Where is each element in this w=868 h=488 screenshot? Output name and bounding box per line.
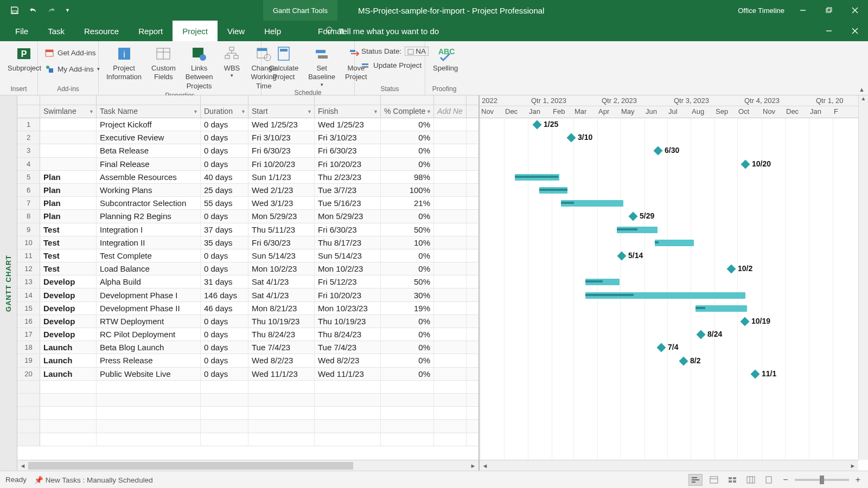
cell-start[interactable]: Fri 3/10/23: [248, 131, 315, 144]
task-bar[interactable]: [515, 174, 559, 181]
milestone-diamond[interactable]: [697, 330, 706, 339]
table-row[interactable]: [17, 433, 478, 446]
zoom-slider[interactable]: [795, 479, 849, 481]
cell-task-name[interactable]: RTW Deployment: [97, 315, 201, 328]
cell-duration[interactable]: 0 days: [201, 210, 248, 222]
cell-task-name[interactable]: Assemble Resources: [97, 171, 201, 183]
table-row[interactable]: 19LaunchPress Release0 daysWed 8/2/23Wed…: [17, 354, 478, 367]
cell-empty[interactable]: [434, 341, 467, 354]
cell-pct[interactable]: 0%: [381, 158, 434, 170]
cell-empty[interactable]: [434, 197, 467, 209]
table-row[interactable]: 5PlanAssemble Resources40 daysSun 1/1/23…: [17, 171, 478, 184]
cell-duration[interactable]: 0 days: [201, 144, 248, 157]
cell-task-name[interactable]: Development Phase II: [97, 302, 201, 314]
cell-task-name[interactable]: Test Complete: [97, 249, 201, 262]
cell-finish[interactable]: Tue 5/16/23: [315, 197, 381, 209]
gantt-hscrollbar[interactable]: ◄ ►: [480, 460, 858, 471]
cell-duration[interactable]: 0 days: [201, 131, 248, 144]
cell-duration[interactable]: 0 days: [201, 158, 248, 170]
cell-duration[interactable]: 55 days: [201, 197, 248, 209]
cell-finish[interactable]: Fri 6/30/23: [315, 223, 381, 236]
table-row[interactable]: 18LaunchBeta Blog Launch0 daysTue 7/4/23…: [17, 341, 478, 354]
cell-start[interactable]: Fri 6/30/23: [248, 236, 315, 249]
cell-duration[interactable]: 0 days: [201, 262, 248, 275]
cell-duration[interactable]: 146 days: [201, 288, 248, 301]
cell-pct[interactable]: 0%: [381, 210, 434, 222]
cell-pct[interactable]: 0%: [381, 262, 434, 275]
cell-start[interactable]: Mon 5/29/23: [248, 210, 315, 222]
ribbon-close-button[interactable]: [842, 21, 868, 41]
cell-pct[interactable]: 50%: [381, 223, 434, 236]
cell-pct[interactable]: 0%: [381, 131, 434, 144]
cell-finish[interactable]: Fri 10/20/23: [315, 158, 381, 170]
cell-pct[interactable]: 0%: [381, 118, 434, 131]
cell-finish[interactable]: Tue 3/7/23: [315, 184, 381, 196]
tab-project[interactable]: Project: [173, 21, 218, 41]
cell-duration[interactable]: 46 days: [201, 302, 248, 314]
cell-empty[interactable]: [434, 262, 467, 275]
row-number[interactable]: 15: [17, 302, 40, 314]
cell-empty[interactable]: [434, 302, 467, 314]
cell-empty[interactable]: [434, 275, 467, 288]
table-row[interactable]: 14DevelopDevelopment Phase I146 daysSat …: [17, 288, 478, 301]
plugin-label[interactable]: Office Timeline: [732, 7, 790, 15]
cell-duration[interactable]: 0 days: [201, 354, 248, 367]
ribbon-minimize-button[interactable]: [816, 21, 842, 41]
view-side-label[interactable]: GANTT CHART: [0, 95, 17, 471]
cell-start[interactable]: Wed 8/2/23: [248, 354, 315, 367]
scroll-left-icon[interactable]: ◄: [480, 463, 490, 469]
row-number[interactable]: 11: [17, 249, 40, 262]
cell-empty[interactable]: [434, 171, 467, 183]
cell-pct[interactable]: 0%: [381, 354, 434, 367]
cell-finish[interactable]: Fri 10/20/23: [315, 288, 381, 301]
cell-start[interactable]: Thu 5/11/23: [248, 223, 315, 236]
cell-pct[interactable]: 50%: [381, 275, 434, 288]
cell-pct[interactable]: 10%: [381, 236, 434, 249]
cell-task-name[interactable]: Public Website Live: [97, 368, 201, 380]
col-pct-complete[interactable]: % Complete▼: [381, 95, 434, 118]
cell-start[interactable]: Fri 6/30/23: [248, 144, 315, 157]
cell-swimlane[interactable]: Launch: [40, 341, 97, 354]
row-number[interactable]: 7: [17, 197, 40, 209]
table-row[interactable]: 8PlanPlanning R2 Begins0 daysMon 5/29/23…: [17, 210, 478, 223]
cell-pct[interactable]: 0%: [381, 249, 434, 262]
cell-swimlane[interactable]: Plan: [40, 171, 97, 183]
cell-task-name[interactable]: Final Release: [97, 158, 201, 170]
cell-start[interactable]: Fri 10/20/23: [248, 158, 315, 170]
wbs-button[interactable]: WBS▾: [219, 43, 244, 80]
cell-pct[interactable]: 100%: [381, 184, 434, 196]
cell-start[interactable]: Sat 4/1/23: [248, 288, 315, 301]
cell-empty[interactable]: [434, 288, 467, 301]
cell-start[interactable]: Sun 5/14/23: [248, 249, 315, 262]
cell-task-name[interactable]: Load Balance: [97, 262, 201, 275]
status-date-field[interactable]: Status Date:NA: [359, 46, 431, 57]
table-row[interactable]: [17, 407, 478, 420]
minimize-button[interactable]: [790, 0, 816, 21]
my-addins-button[interactable]: My Add-ins ▾: [42, 63, 102, 75]
cell-empty[interactable]: [434, 184, 467, 196]
cell-pct[interactable]: 0%: [381, 315, 434, 328]
task-bar[interactable]: [617, 227, 658, 233]
tab-view[interactable]: View: [218, 21, 254, 41]
cell-task-name[interactable]: Beta Release: [97, 144, 201, 157]
cell-duration[interactable]: 40 days: [201, 171, 248, 183]
cell-duration[interactable]: 0 days: [201, 368, 248, 380]
cell-empty[interactable]: [434, 223, 467, 236]
cell-swimlane[interactable]: [40, 118, 97, 131]
cell-duration[interactable]: 35 days: [201, 236, 248, 249]
cell-swimlane[interactable]: Plan: [40, 184, 97, 196]
qat-dropdown-icon[interactable]: ▼: [65, 8, 70, 13]
project-information-button[interactable]: iProject Information: [103, 43, 145, 83]
cell-finish[interactable]: Fri 6/30/23: [315, 144, 381, 157]
table-row[interactable]: 17DevelopRC Pilot Deployment0 daysThu 8/…: [17, 328, 478, 341]
task-bar[interactable]: [585, 279, 620, 285]
cell-finish[interactable]: Thu 2/23/23: [315, 171, 381, 183]
row-number[interactable]: 8: [17, 210, 40, 222]
task-bar[interactable]: [539, 187, 567, 194]
gantt-vscrollbar[interactable]: ▲: [858, 95, 868, 460]
task-bar[interactable]: [695, 305, 747, 312]
cell-duration[interactable]: 0 days: [201, 341, 248, 354]
cell-empty[interactable]: [434, 158, 467, 170]
cell-swimlane[interactable]: Test: [40, 236, 97, 249]
calculate-project-button[interactable]: Calculate Project: [266, 43, 302, 83]
